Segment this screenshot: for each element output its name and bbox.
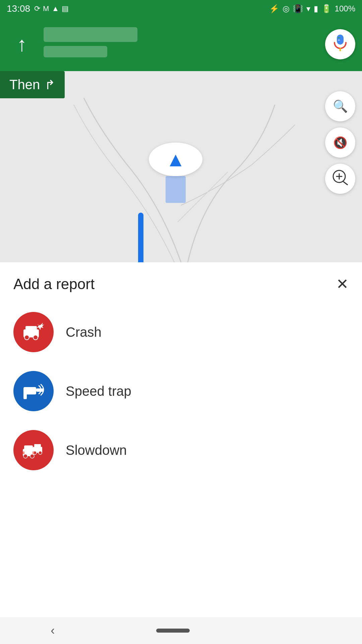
add-report-button[interactable] (325, 164, 355, 194)
sound-button[interactable]: 🔇 (325, 127, 355, 158)
crash-icon-circle (13, 312, 54, 352)
status-bar: 13:08 ⟳ M ▲ ▤ ⚡ ◎ 📳 ▾ ▮ 🔋 100% (0, 0, 362, 17)
svg-rect-22 (23, 451, 24, 454)
mic-icon (333, 34, 347, 55)
arrow-up-icon: ↑ (17, 34, 27, 54)
vibrate-icon: 📳 (293, 4, 303, 13)
mic-button[interactable] (325, 29, 355, 59)
report-title: Add a report (13, 276, 95, 292)
map-area: ▲ 🔍 🔇 (0, 71, 362, 262)
bluetooth-icon: ⚡ (269, 4, 279, 13)
search-icon: 🔍 (333, 99, 348, 113)
speed-trap-item[interactable]: Speed trap (0, 362, 362, 421)
bottom-panel: Add a report ✕ Crash (0, 262, 362, 617)
street-detail-blurred (44, 46, 107, 57)
then-arrow-icon: ↱ (45, 77, 55, 92)
search-button[interactable]: 🔍 (325, 91, 355, 121)
battery-icon: 🔋 (321, 4, 331, 13)
close-button[interactable]: ✕ (336, 277, 349, 291)
slowdown-icon-circle (13, 430, 54, 470)
messenger-icon: ⟳ (34, 4, 40, 13)
speed-trap-icon (20, 378, 47, 405)
location-marker: ▲ (149, 143, 202, 203)
nav-direction-up: ↑ (7, 34, 37, 54)
nav-arrow-blue-icon: ▲ (166, 148, 185, 171)
report-header: Add a report ✕ (0, 262, 362, 303)
svg-point-17 (39, 451, 42, 454)
screen-icon: ▤ (62, 4, 69, 13)
status-time: 13:08 (7, 3, 30, 14)
nav-header: ↑ (0, 17, 362, 71)
svg-rect-15 (34, 444, 41, 448)
sound-icon: 🔇 (333, 136, 347, 149)
svg-point-9 (24, 335, 29, 340)
location-pin-icon: ◎ (283, 4, 290, 13)
speed-trap-label: Speed trap (66, 384, 131, 399)
gmail-icon: M (43, 4, 49, 13)
blue-trail (166, 176, 186, 203)
crash-label: Crash (66, 325, 102, 340)
slowdown-icon (20, 437, 47, 464)
then-label: Then (9, 77, 40, 92)
svg-rect-8 (25, 326, 37, 331)
speed-trap-icon-circle (13, 371, 54, 411)
svg-rect-12 (23, 390, 27, 399)
svg-rect-0 (337, 35, 344, 45)
svg-rect-23 (33, 451, 34, 454)
signal-icon: ▮ (314, 4, 318, 13)
bottom-nav: ‹ (0, 617, 362, 644)
svg-point-10 (33, 335, 38, 340)
add-report-icon (333, 170, 348, 188)
map-buttons: 🔍 🔇 (325, 91, 355, 194)
street-name-blurred (44, 27, 137, 42)
crash-icon (20, 319, 47, 345)
home-pill[interactable] (156, 629, 190, 633)
svg-rect-19 (24, 445, 33, 450)
location-oval: ▲ (149, 143, 202, 176)
back-button[interactable]: ‹ (51, 624, 55, 638)
location-icon: ▲ (52, 4, 59, 13)
svg-rect-1 (338, 37, 340, 38)
svg-point-20 (23, 454, 27, 458)
svg-rect-13 (36, 388, 44, 392)
svg-point-21 (30, 454, 34, 458)
crash-item[interactable]: Crash (0, 303, 362, 362)
then-banner: Then ↱ (0, 71, 65, 98)
slowdown-label: Slowdown (66, 443, 127, 458)
wifi-icon: ▾ (306, 4, 310, 13)
battery-percent: 100% (335, 4, 355, 13)
svg-rect-2 (338, 40, 340, 41)
nav-street-info (37, 27, 325, 61)
slowdown-item[interactable]: Slowdown (0, 421, 362, 480)
